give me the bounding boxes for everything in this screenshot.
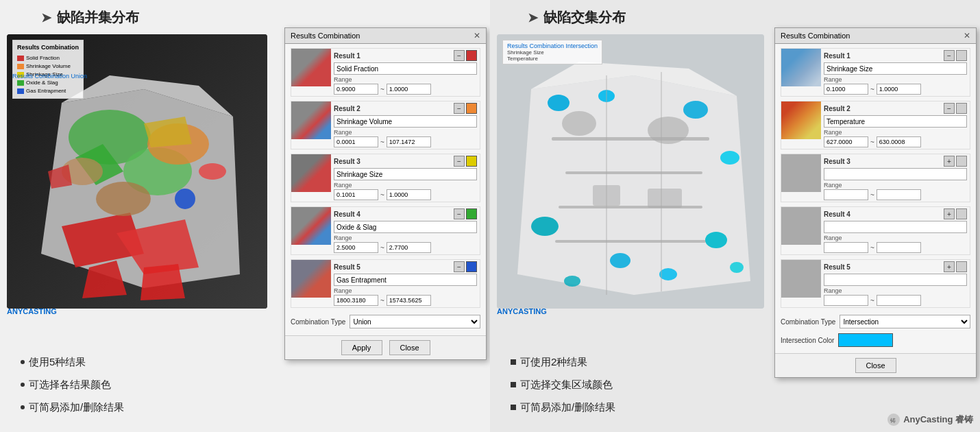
right-range-row-1: ~ <box>824 84 967 95</box>
right-result-box-2[interactable] <box>956 103 967 114</box>
legend-color-2 <box>17 64 24 69</box>
right-range-sep-1: ~ <box>870 86 874 93</box>
left-range-from-4[interactable] <box>334 242 378 253</box>
left-range-sep-4: ~ <box>380 244 384 252</box>
right-result-box-5[interactable] <box>956 261 967 272</box>
left-result-header-5: Result 5 − <box>334 261 477 272</box>
left-result-color-4[interactable] <box>466 208 477 219</box>
left-viz-area: Results Combination Solid Fraction Shrin… <box>7 34 267 309</box>
right-range-from-5[interactable] <box>824 295 868 306</box>
right-result-box-1[interactable] <box>956 50 967 61</box>
left-range-to-2[interactable] <box>387 136 431 147</box>
left-bullet-3: 可简易添加/删除结果 <box>21 396 124 418</box>
right-range-to-2[interactable] <box>877 136 921 147</box>
left-result-name-input-1[interactable] <box>334 62 477 75</box>
left-result-name-input-2[interactable] <box>334 115 477 128</box>
left-result-name-input-5[interactable] <box>334 274 477 286</box>
right-bullet-3: 可简易添加/删除结果 <box>511 396 615 418</box>
right-result-minus-btn-2[interactable]: − <box>944 103 955 114</box>
right-close-button[interactable]: Close <box>855 358 896 373</box>
right-result-plus-btn-3[interactable]: + <box>944 156 955 167</box>
left-result-minus-btn-1[interactable]: − <box>454 50 465 61</box>
right-viz-area: Results Combination Intersection Shrinka… <box>497 34 764 309</box>
svg-point-34 <box>610 253 630 268</box>
left-result-minus-btn-3[interactable]: − <box>454 156 465 167</box>
bullet-sq-2 <box>511 382 516 387</box>
right-range-from-1[interactable] <box>824 84 868 95</box>
main-container: ➤ 缺陷并集分布 Results Combination Solid Fract… <box>0 0 980 432</box>
left-result-controls-2: − <box>454 103 477 114</box>
right-result-box-3[interactable] <box>956 156 967 167</box>
right-result-name-input-4[interactable] <box>824 221 967 233</box>
right-result-name-input-2[interactable] <box>824 115 967 128</box>
left-range-to-5[interactable] <box>387 295 431 306</box>
legend-color-5 <box>17 88 24 94</box>
right-dialog-footer: Close <box>775 353 976 377</box>
right-intersect-label: Intersection Color <box>781 337 834 344</box>
left-result-minus-btn-5[interactable]: − <box>454 261 465 272</box>
right-range-from-4[interactable] <box>824 242 868 253</box>
right-result-name-input-1[interactable] <box>824 62 967 75</box>
left-range-label-1: Range <box>334 76 477 83</box>
left-result-row-1: Result 1 − Range ~ <box>291 48 480 97</box>
left-legend: Results Combination Solid Fraction Shrin… <box>12 40 84 99</box>
left-apply-button[interactable]: Apply <box>341 340 382 355</box>
left-legend-title: Results Combination <box>17 43 79 53</box>
right-range-from-3[interactable] <box>824 189 868 200</box>
right-dialog-close-button[interactable]: ✕ <box>964 31 970 40</box>
left-range-from-3[interactable] <box>334 189 378 200</box>
left-result-name-input-4[interactable] <box>334 221 477 233</box>
svg-rect-27 <box>648 189 682 208</box>
right-result-name-input-3[interactable] <box>824 168 967 180</box>
legend-label-2: Shrinkage Volume <box>26 62 71 71</box>
left-result-minus-btn-4[interactable]: − <box>454 208 465 219</box>
right-dialog: Results Combination ✕ Result 1 − <box>774 27 977 378</box>
right-result-name-input-5[interactable] <box>824 274 967 286</box>
left-breadcrumb: Results Combination Union <box>12 73 87 80</box>
left-result-header-1: Result 1 − <box>334 50 477 61</box>
left-result-color-2[interactable] <box>466 103 477 114</box>
left-result-name-input-3[interactable] <box>334 168 477 180</box>
right-range-to-1[interactable] <box>877 84 921 95</box>
left-range-to-1[interactable] <box>387 84 431 95</box>
left-result-minus-btn-2[interactable]: − <box>454 103 465 114</box>
right-range-to-4[interactable] <box>877 242 921 253</box>
right-result-minus-btn-1[interactable]: − <box>944 50 955 61</box>
right-result-box-4[interactable] <box>956 208 967 219</box>
left-range-to-4[interactable] <box>387 242 431 253</box>
right-result-header-4: Result 4 + <box>824 208 967 219</box>
right-range-row-5: ~ <box>824 295 967 306</box>
right-result-plus-btn-5[interactable]: + <box>944 261 955 272</box>
right-range-to-5[interactable] <box>877 295 921 306</box>
left-range-from-5[interactable] <box>334 295 378 306</box>
left-result-thumb-3 <box>291 154 331 192</box>
left-result-color-3[interactable] <box>466 156 477 167</box>
left-range-row-1: ~ <box>334 84 477 95</box>
left-range-to-3[interactable] <box>387 189 431 200</box>
right-intersect-color-box[interactable] <box>838 333 893 347</box>
left-result-info-3: Result 3 − Range ~ <box>331 154 480 202</box>
right-result-controls-5: + <box>944 261 967 272</box>
left-combo-select[interactable]: Union Intersection <box>350 315 480 328</box>
left-dialog-close-button[interactable]: ✕ <box>474 31 480 40</box>
left-range-from-1[interactable] <box>334 84 378 95</box>
right-range-from-2[interactable] <box>824 136 868 147</box>
left-range-label-4: Range <box>334 235 477 241</box>
right-legend-item-1: Shrinkage Size <box>507 49 598 56</box>
right-result-label-2: Result 2 <box>824 105 850 112</box>
right-combo-select[interactable]: Union Intersection <box>840 315 970 328</box>
right-result-header-1: Result 1 − <box>824 50 967 61</box>
left-range-row-2: ~ <box>334 136 477 147</box>
left-range-row-3: ~ <box>334 189 477 200</box>
right-result-info-1: Result 1 − Range ~ <box>821 49 970 96</box>
right-result-label-3: Result 3 <box>824 158 850 165</box>
right-bullet-2: 可选择交集区域颜色 <box>511 373 615 396</box>
left-range-from-2[interactable] <box>334 136 378 147</box>
legend-label-4: Oxide & Slag <box>26 79 58 87</box>
right-result-controls-3: + <box>944 156 967 167</box>
left-result-color-1[interactable] <box>466 50 477 61</box>
left-close-button[interactable]: Close <box>389 340 430 355</box>
right-result-plus-btn-4[interactable]: + <box>944 208 955 219</box>
right-range-to-3[interactable] <box>877 189 921 200</box>
left-result-color-5[interactable] <box>466 261 477 272</box>
